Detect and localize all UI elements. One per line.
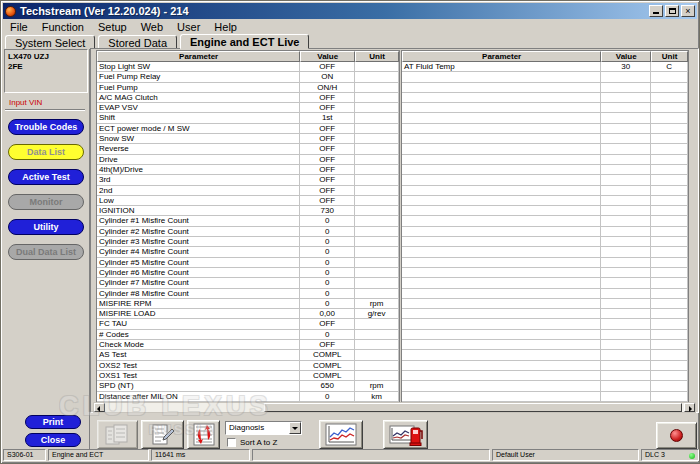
data-list-button[interactable]: Data List: [8, 144, 84, 160]
column-header-parameter[interactable]: Parameter: [97, 51, 300, 62]
edit-list-toolbar-button[interactable]: [141, 420, 184, 449]
table-row[interactable]: Cylinder #1 Misfire Count0: [97, 216, 399, 226]
table-row[interactable]: [402, 206, 688, 216]
column-header-value[interactable]: Value: [300, 51, 355, 62]
tab-engine-and-ect-live[interactable]: Engine and ECT Live: [180, 34, 309, 49]
table-row[interactable]: FC TAUOFF: [97, 319, 399, 329]
menu-setup[interactable]: Setup: [91, 21, 134, 33]
table-row[interactable]: [402, 155, 688, 165]
table-row[interactable]: 4th(M)/DriveOFF: [97, 165, 399, 175]
table-row[interactable]: ReverseOFF: [97, 144, 399, 154]
table-row[interactable]: [402, 381, 688, 391]
table-row[interactable]: [402, 371, 688, 381]
table-row[interactable]: Fuel Pump RelayON: [97, 72, 399, 82]
table-row[interactable]: 2ndOFF: [97, 186, 399, 196]
table-row[interactable]: IGNITION730: [97, 206, 399, 216]
table-row[interactable]: [402, 309, 688, 319]
record-graph-toolbar-button[interactable]: [383, 420, 428, 449]
table-row[interactable]: [402, 237, 688, 247]
table-row[interactable]: [402, 227, 688, 237]
table-row[interactable]: MISFIRE LOAD0,00g/rev: [97, 309, 399, 319]
table-row[interactable]: A/C MAG ClutchOFF: [97, 93, 399, 103]
print-button[interactable]: Print: [25, 415, 81, 429]
table-row[interactable]: [402, 103, 688, 113]
column-header-value[interactable]: Value: [601, 51, 651, 62]
table-row[interactable]: 3rdOFF: [97, 175, 399, 185]
table-row[interactable]: Cylinder #6 Misfire Count0: [97, 268, 399, 278]
table-row[interactable]: [402, 175, 688, 185]
line-graph-toolbar-button[interactable]: [319, 420, 363, 449]
table-row[interactable]: Shift1st: [97, 113, 399, 123]
table-row[interactable]: Snow SWOFF: [97, 134, 399, 144]
dropdown-arrow-button[interactable]: [289, 422, 301, 434]
menu-help[interactable]: Help: [207, 21, 244, 33]
menu-user[interactable]: User: [170, 21, 207, 33]
table-row[interactable]: Distance after MIL ON0km: [97, 392, 399, 402]
mode-dropdown[interactable]: Diagnosis: [225, 421, 302, 435]
table-row[interactable]: [402, 134, 688, 144]
table-row[interactable]: AT Fluid Temp30C: [402, 62, 688, 72]
scroll-right-button[interactable]: [684, 403, 695, 412]
table-row[interactable]: [402, 350, 688, 360]
sort-a-to-z-checkbox[interactable]: [227, 438, 236, 447]
table-row[interactable]: [402, 196, 688, 206]
close-button[interactable]: Close: [25, 433, 81, 447]
table-row[interactable]: DriveOFF: [97, 155, 399, 165]
table-row[interactable]: # Codes0: [97, 330, 399, 340]
input-vin-link[interactable]: Input VIN: [9, 98, 42, 107]
table-row[interactable]: Check ModeOFF: [97, 340, 399, 350]
table-row[interactable]: Stop Light SWOFF: [97, 62, 399, 72]
swap-list-toolbar-button[interactable]: [187, 420, 220, 449]
menu-function[interactable]: Function: [35, 21, 91, 33]
table-row[interactable]: [402, 319, 688, 329]
table-row[interactable]: [402, 83, 688, 93]
menu-file[interactable]: File: [3, 21, 35, 33]
table-row[interactable]: [402, 216, 688, 226]
trouble-codes-button[interactable]: Trouble Codes: [8, 119, 84, 135]
table-row[interactable]: [402, 268, 688, 278]
table-row[interactable]: OXS1 TestCOMPL: [97, 371, 399, 381]
scroll-left-button[interactable]: [94, 403, 105, 412]
table-row[interactable]: SPD (NT)650rpm: [97, 381, 399, 391]
scrollbar-thumb[interactable]: [264, 403, 682, 412]
table-row[interactable]: EVAP VSVOFF: [97, 103, 399, 113]
table-row[interactable]: [402, 330, 688, 340]
table-row[interactable]: [402, 278, 688, 288]
table-row[interactable]: ECT power mode / M SWOFF: [97, 124, 399, 134]
table-row[interactable]: [402, 289, 688, 299]
active-test-button[interactable]: Active Test: [8, 169, 84, 185]
minimize-button[interactable]: [649, 5, 663, 17]
table-row[interactable]: [402, 340, 688, 350]
table-row[interactable]: Cylinder #5 Misfire Count0: [97, 258, 399, 268]
table-row[interactable]: [402, 72, 688, 82]
restore-button[interactable]: [665, 5, 679, 17]
table-row[interactable]: Cylinder #7 Misfire Count0: [97, 278, 399, 288]
table-row[interactable]: LowOFF: [97, 196, 399, 206]
table-row[interactable]: [402, 113, 688, 123]
table-row[interactable]: [402, 165, 688, 175]
table-row[interactable]: [402, 186, 688, 196]
table-row[interactable]: [402, 144, 688, 154]
table-row[interactable]: MISFIRE RPM0rpm: [97, 299, 399, 309]
table-row[interactable]: [402, 247, 688, 257]
table-row[interactable]: Fuel PumpON/H: [97, 83, 399, 93]
table-row[interactable]: [402, 299, 688, 309]
column-header-unit[interactable]: Unit: [355, 51, 399, 62]
table-row[interactable]: Cylinder #3 Misfire Count0: [97, 237, 399, 247]
table-row[interactable]: [402, 258, 688, 268]
close-window-button[interactable]: ×: [681, 5, 695, 17]
record-button[interactable]: [656, 422, 697, 449]
table-row[interactable]: Cylinder #2 Misfire Count0: [97, 227, 399, 237]
table-row[interactable]: Cylinder #8 Misfire Count0: [97, 289, 399, 299]
table-row[interactable]: OXS2 TestCOMPL: [97, 361, 399, 371]
table-row[interactable]: [402, 392, 688, 402]
column-header-parameter[interactable]: Parameter: [402, 51, 601, 62]
utility-button[interactable]: Utility: [8, 219, 84, 235]
table-row[interactable]: [402, 93, 688, 103]
tab-system-select[interactable]: System Select: [5, 35, 95, 49]
table-row[interactable]: Cylinder #4 Misfire Count0: [97, 247, 399, 257]
table-row[interactable]: [402, 124, 688, 134]
tab-stored-data[interactable]: Stored Data: [98, 35, 177, 49]
menu-web[interactable]: Web: [134, 21, 170, 33]
horizontal-scrollbar[interactable]: [93, 402, 696, 413]
